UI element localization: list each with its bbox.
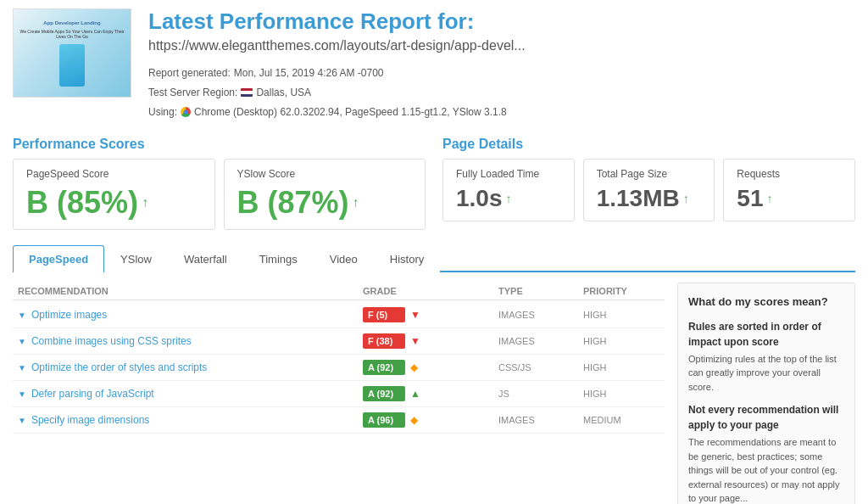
generated-label: Report generated:	[148, 64, 231, 83]
pagespeed-arrow: ↑	[142, 195, 148, 210]
main-container: App Developer Landing We Create Mobile A…	[0, 0, 868, 504]
scores-cards: PageSpeed Score B (85%) ↑ YSlow Score B …	[13, 159, 426, 230]
col-priority: Priority	[583, 286, 659, 296]
priority-2: HIGH	[583, 336, 659, 346]
preview-label: App Developer Landing	[43, 20, 100, 25]
type-3: CSS/JS	[498, 362, 583, 372]
header-section: App Developer Landing We Create Mobile A…	[13, 8, 855, 121]
grade-container-4: A (92) ▲	[363, 386, 498, 401]
table-header: Recommendation Grade Type Priority	[13, 283, 665, 300]
yslow-value: B (87%) ↑	[237, 185, 413, 221]
loaded-value: 1.0s ↑	[456, 185, 561, 212]
generated-value: Mon, Jul 15, 2019 4:26 AM -0700	[234, 64, 384, 83]
grade-arrow-5: ◆	[410, 414, 418, 426]
tab-history[interactable]: History	[374, 245, 440, 272]
grade-arrow-3: ◆	[410, 361, 418, 373]
toggle-icon-5[interactable]: ▼	[18, 416, 26, 425]
table-row: ▼ Defer parsing of JavaScript A (92) ▲ J…	[13, 381, 665, 407]
tab-waterfall[interactable]: Waterfall	[168, 245, 243, 272]
pagespeed-label: PageSpeed Score	[26, 168, 202, 180]
priority-5: MEDIUM	[583, 415, 659, 425]
grade-container-3: A (92) ◆	[363, 360, 498, 375]
chrome-icon	[181, 107, 191, 117]
requests-label: Requests	[737, 168, 842, 180]
loaded-time-text: 1.0s	[456, 185, 503, 212]
tab-pagespeed[interactable]: PageSpeed	[13, 245, 104, 272]
tab-timings[interactable]: Timings	[243, 245, 314, 272]
scores-title: Performance Scores	[13, 137, 426, 152]
toggle-icon-1[interactable]: ▼	[18, 311, 26, 320]
scores-section: Performance Scores PageSpeed Score B (85…	[13, 137, 426, 230]
priority-3: HIGH	[583, 362, 659, 372]
priority-1: HIGH	[583, 310, 659, 320]
yslow-score-text: B (87%)	[237, 185, 349, 221]
content-area: Recommendation Grade Type Priority ▼ Opt…	[13, 283, 855, 504]
toggle-icon-4[interactable]: ▼	[18, 389, 26, 399]
report-title: Latest Performance Report for:	[148, 8, 855, 35]
size-value: 1.13MB ↑	[597, 185, 702, 212]
type-2: IMAGES	[498, 336, 583, 346]
grade-container-2: F (38) ▼	[363, 333, 498, 349]
meta-using-row: Using: Chrome (Desktop) 62.0.3202.94, Pa…	[148, 103, 855, 122]
loaded-arrow: ↑	[506, 192, 512, 205]
row-label-5: Specify image dimensions	[31, 414, 149, 426]
page-size-text: 1.13MB	[597, 185, 680, 212]
requests-text: 51	[737, 185, 763, 212]
grade-bar-2: F (38)	[363, 333, 405, 349]
row-name-1[interactable]: ▼ Optimize images	[18, 309, 363, 321]
priority-4: HIGH	[583, 389, 659, 399]
grade-arrow-2: ▼	[410, 335, 420, 347]
row-label-4: Defer parsing of JavaScript	[31, 388, 154, 400]
type-5: IMAGES	[498, 415, 583, 425]
table-row: ▼ Optimize the order of styles and scrip…	[13, 355, 665, 381]
server-value: Dallas, USA	[256, 83, 311, 103]
requests-arrow: ↑	[767, 192, 773, 205]
report-info: Latest Performance Report for: https://w…	[148, 8, 855, 121]
tab-yslow[interactable]: YSlow	[104, 245, 168, 272]
report-url: https://www.elegantthemes.com/layouts/ar…	[148, 38, 855, 53]
flag-icon	[241, 88, 253, 97]
row-label-3: Optimize the order of styles and scripts	[31, 361, 207, 373]
using-label: Using:	[148, 103, 177, 122]
row-label-2: Combine images using CSS sprites	[31, 335, 192, 347]
site-preview: App Developer Landing We Create Mobile A…	[13, 8, 131, 98]
meta-generated-row: Report generated: Mon, Jul 15, 2019 4:26…	[148, 64, 855, 83]
recommendations-table: Recommendation Grade Type Priority ▼ Opt…	[13, 283, 665, 504]
grade-container-5: A (96) ◆	[363, 412, 498, 428]
grade-bar-4: A (92)	[363, 386, 405, 401]
pagespeed-value: B (85%) ↑	[26, 185, 202, 221]
loaded-label: Fully Loaded Time	[456, 168, 561, 180]
requests-value: 51 ↑	[737, 185, 842, 212]
col-type: Type	[498, 286, 583, 296]
row-name-5[interactable]: ▼ Specify image dimensions	[18, 414, 363, 426]
row-name-4[interactable]: ▼ Defer parsing of JavaScript	[18, 388, 363, 400]
table-row: ▼ Optimize images F (5) ▼ IMAGES HIGH	[13, 302, 665, 328]
size-arrow: ↑	[683, 192, 689, 205]
grade-bar-1: F (5)	[363, 307, 405, 322]
toggle-icon-3[interactable]: ▼	[18, 363, 26, 372]
row-name-2[interactable]: ▼ Combine images using CSS sprites	[18, 335, 363, 347]
tab-video[interactable]: Video	[314, 245, 374, 272]
pagespeed-score-text: B (85%)	[26, 185, 138, 221]
preview-phone-graphic	[59, 44, 85, 87]
col-grade: Grade	[363, 286, 498, 296]
server-label: Test Server Region:	[148, 83, 237, 103]
meta-server-row: Test Server Region: Dallas, USA	[148, 83, 855, 103]
grade-bar-5: A (96)	[363, 412, 405, 428]
grade-arrow-4: ▲	[410, 388, 420, 400]
preview-text: We Create Mobile Apps So Your Users Can …	[14, 27, 131, 42]
report-meta: Report generated: Mon, Jul 15, 2019 4:26…	[148, 64, 855, 121]
loaded-time-card: Fully Loaded Time 1.0s ↑	[442, 159, 575, 221]
yslow-label: YSlow Score	[237, 168, 413, 180]
yslow-arrow: ↑	[353, 195, 359, 210]
pagespeed-score-card: PageSpeed Score B (85%) ↑	[13, 159, 215, 230]
info-item-1: Rules are sorted in order of impact upon…	[688, 319, 844, 395]
type-1: IMAGES	[498, 310, 583, 320]
detail-cards: Fully Loaded Time 1.0s ↑ Total Page Size…	[442, 159, 855, 221]
toggle-icon-2[interactable]: ▼	[18, 337, 26, 346]
grade-bar-3: A (92)	[363, 360, 405, 375]
details-title: Page Details	[442, 137, 855, 152]
info-sidebar: What do my scores mean? Rules are sorted…	[677, 283, 855, 504]
info-item-2-title: Not every recommendation will apply to y…	[688, 402, 844, 433]
row-name-3[interactable]: ▼ Optimize the order of styles and scrip…	[18, 361, 363, 373]
